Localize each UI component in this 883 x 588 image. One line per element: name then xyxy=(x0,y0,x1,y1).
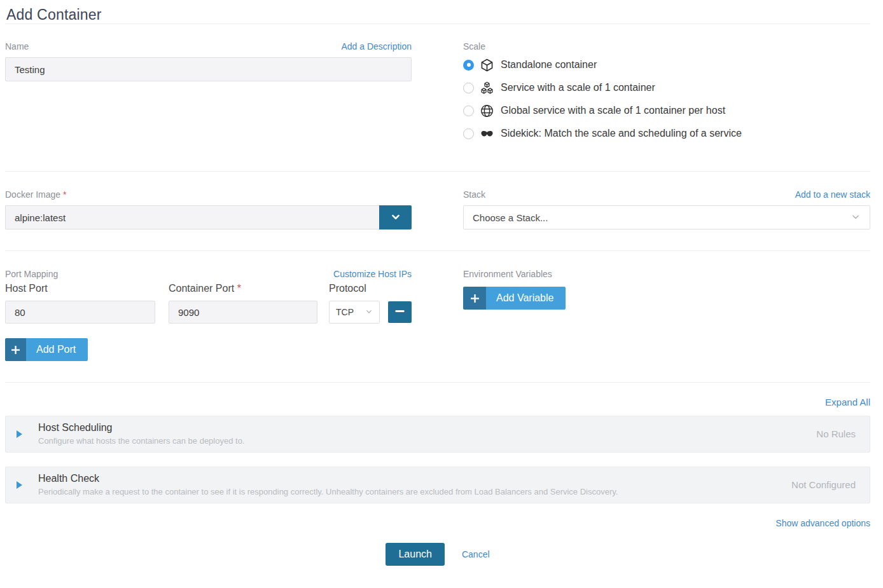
radio-service[interactable] xyxy=(463,83,474,93)
plus-icon xyxy=(5,338,26,361)
globe-icon xyxy=(480,104,494,118)
environment-variables-section: Environment Variables Add Variable xyxy=(463,251,870,361)
chevron-down-icon xyxy=(389,210,403,226)
container-port-label: Container Port * xyxy=(169,283,317,294)
port-mapping-label: Port Mapping xyxy=(5,269,58,279)
scale-option-label: Standalone container xyxy=(501,59,597,71)
name-input[interactable] xyxy=(5,57,412,81)
scale-section: Scale Standalone container xyxy=(463,24,870,149)
accordion-toggle-icon[interactable] xyxy=(17,430,28,438)
image-dropdown-button[interactable] xyxy=(379,205,412,229)
protocol-select[interactable]: TCP xyxy=(329,301,380,324)
accordion-title: Health Check xyxy=(38,473,772,484)
accordion-status: Not Configured xyxy=(791,479,856,490)
chevron-down-icon xyxy=(364,306,374,318)
show-advanced-options-link[interactable]: Show advanced options xyxy=(775,518,870,528)
host-port-label: Host Port xyxy=(5,283,155,294)
scale-option-service[interactable]: Service with a scale of 1 container xyxy=(463,80,870,95)
stack-select-value: Choose a Stack... xyxy=(473,212,548,223)
docker-image-label: Docker Image * xyxy=(5,189,67,200)
host-port-input[interactable] xyxy=(5,301,155,324)
scale-option-label: Service with a scale of 1 container xyxy=(501,82,655,93)
accordion-description: Configure what hosts the containers can … xyxy=(38,436,797,446)
accordion-toggle-icon[interactable] xyxy=(17,481,28,489)
stack-section: Stack Add to a new stack Choose a Stack.… xyxy=(463,172,870,229)
protocol-select-value: TCP xyxy=(336,307,354,317)
scale-label: Scale xyxy=(463,41,485,51)
required-asterisk: * xyxy=(237,283,241,294)
scale-option-label: Global service with a scale of 1 contain… xyxy=(501,105,725,116)
port-mapping-row: Host Port Container Port * Protocol TCP xyxy=(5,279,412,324)
minus-icon xyxy=(395,306,405,318)
stack-select[interactable]: Choose a Stack... xyxy=(463,205,870,229)
container-port-input[interactable] xyxy=(169,301,317,324)
docker-image-section: Docker Image * xyxy=(5,172,412,229)
scale-option-label: Sidekick: Match the scale and scheduling… xyxy=(501,128,742,139)
section-divider xyxy=(5,382,870,383)
plus-icon xyxy=(463,287,486,310)
cube-icon xyxy=(480,58,494,72)
add-to-new-stack-link[interactable]: Add to a new stack xyxy=(795,189,870,200)
accordion-description: Periodically make a request to the conta… xyxy=(38,487,772,496)
accordion-host-scheduling[interactable]: Host Scheduling Configure what hosts the… xyxy=(5,416,870,453)
remove-port-button[interactable] xyxy=(388,301,412,323)
add-description-link[interactable]: Add a Description xyxy=(341,41,412,51)
add-port-button-label: Add Port xyxy=(26,338,88,361)
scale-option-standalone[interactable]: Standalone container xyxy=(463,57,870,72)
accordion-health-check[interactable]: Health Check Periodically make a request… xyxy=(5,467,870,503)
stack-label: Stack xyxy=(463,189,485,200)
required-asterisk: * xyxy=(63,189,66,200)
radio-sidekick[interactable] xyxy=(463,128,474,139)
mask-icon xyxy=(480,126,494,141)
add-variable-button[interactable]: Add Variable xyxy=(463,287,566,310)
launch-button[interactable]: Launch xyxy=(386,543,445,566)
service-cubes-icon xyxy=(480,81,494,95)
add-port-button[interactable]: Add Port xyxy=(5,338,88,361)
radio-global[interactable] xyxy=(463,106,474,116)
page-title: Add Container xyxy=(5,0,870,24)
environment-variables-label: Environment Variables xyxy=(463,269,552,279)
add-variable-button-label: Add Variable xyxy=(486,287,566,310)
port-mapping-section: Port Mapping Customize Host IPs Host Por… xyxy=(5,251,412,361)
name-label: Name xyxy=(5,41,29,51)
protocol-label: Protocol xyxy=(329,283,380,294)
scale-option-global[interactable]: Global service with a scale of 1 contain… xyxy=(463,103,870,118)
scale-option-sidekick[interactable]: Sidekick: Match the scale and scheduling… xyxy=(463,126,870,141)
accordion-status: No Rules xyxy=(816,428,856,439)
expand-all-link[interactable]: Expand All xyxy=(825,397,870,407)
radio-standalone[interactable] xyxy=(463,60,474,71)
chevron-down-icon xyxy=(849,210,862,225)
cancel-link[interactable]: Cancel xyxy=(462,549,490,559)
accordion-title: Host Scheduling xyxy=(38,422,797,434)
customize-host-ips-link[interactable]: Customize Host IPs xyxy=(333,269,412,279)
name-section: Name Add a Description xyxy=(5,24,412,149)
docker-image-input[interactable] xyxy=(5,205,379,229)
